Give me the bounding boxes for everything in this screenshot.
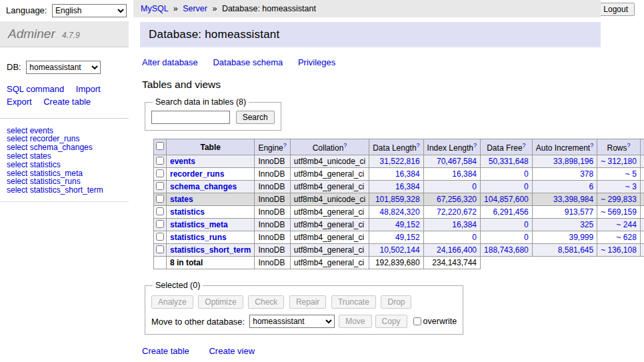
cell-collation: utf8mb4_general_ci (290, 206, 369, 219)
rows-count-link[interactable]: ~ 628 (617, 233, 637, 242)
table-name-link[interactable]: events (170, 157, 195, 166)
data-free-link[interactable]: 104,857,600 (484, 195, 529, 204)
cell-comment (640, 206, 644, 219)
create-table-link[interactable]: Create table (142, 346, 189, 356)
auto-increment-link[interactable]: 913,577 (565, 207, 593, 217)
auto-increment-link[interactable]: 39,999 (569, 233, 593, 242)
table-name-link[interactable]: statistics (170, 207, 205, 217)
index-length-link[interactable]: 72,220,672 (437, 207, 477, 217)
row-checkbox[interactable] (156, 220, 164, 228)
auto-increment-link[interactable]: 6 (589, 182, 593, 191)
repair-button[interactable]: Repair (289, 295, 326, 309)
index-length-link[interactable]: 67,256,320 (437, 195, 477, 204)
sidebar-table-link-statistics[interactable]: select statistics (7, 161, 122, 169)
sidebar-link-import[interactable]: Import (76, 84, 101, 94)
rows-count-link[interactable]: ~ 299,833 (601, 195, 637, 204)
search-button[interactable]: Search (236, 111, 275, 124)
data-free-link[interactable]: 6,291,456 (493, 207, 528, 217)
data-length-link[interactable]: 48,824,320 (380, 207, 420, 217)
data-free-link[interactable]: 0 (524, 233, 529, 242)
row-checkbox[interactable] (156, 207, 164, 215)
rows-count-link[interactable]: ~ 569,159 (601, 207, 637, 217)
auto-increment-link[interactable]: 325 (580, 220, 593, 229)
index-length-help-link[interactable]: ? (473, 142, 477, 149)
sidebar-link-sql-command[interactable]: SQL command (7, 84, 64, 94)
data-free-link[interactable]: 0 (524, 169, 529, 179)
table-name-link[interactable]: schema_changes (170, 182, 237, 191)
rows-count-link[interactable]: ~ 312,180 (601, 157, 637, 166)
cell-engine: InnoDB (255, 155, 290, 168)
drop-button[interactable]: Drop (381, 295, 411, 309)
move-button[interactable]: Move (339, 315, 371, 328)
sidebar-link-create-table[interactable]: Create table (43, 97, 91, 107)
breadcrumb-link-mysql[interactable]: MySQL (141, 4, 168, 13)
cell-auto-increment: 39,999 (532, 231, 597, 244)
row-checkbox[interactable] (156, 169, 164, 177)
rows-count-link[interactable]: ~ 136,108 (601, 245, 637, 255)
data-length-link[interactable]: 49,152 (395, 233, 420, 242)
engine-help-link[interactable]: ? (283, 142, 287, 149)
privileges-link[interactable]: Privileges (298, 57, 335, 67)
row-checkbox[interactable] (156, 233, 164, 241)
auto-increment-link[interactable]: 8,581,645 (558, 245, 593, 255)
table-name-link[interactable]: states (170, 195, 193, 204)
index-length-link[interactable]: 70,467,584 (437, 157, 477, 166)
data-free-help-link[interactable]: ? (523, 142, 526, 149)
data-length-link[interactable]: 49,152 (395, 220, 420, 229)
check-button[interactable]: Check (248, 295, 284, 309)
table-name-link[interactable]: statistics_meta (170, 220, 228, 229)
sidebar-table-link-statistics-short-term[interactable]: select statistics_short_term (7, 186, 122, 195)
analyze-button[interactable]: Analyze (151, 295, 193, 309)
data-free-link[interactable]: 50,331,648 (489, 157, 529, 166)
auto-increment-link[interactable]: 33,898,196 (553, 157, 593, 166)
index-length-link[interactable]: 24,166,400 (437, 245, 477, 255)
table-name-link[interactable]: statistics_runs (170, 233, 227, 242)
auto-increment-link[interactable]: 33,398,984 (553, 195, 593, 204)
index-length-link[interactable]: 0 (472, 233, 477, 242)
data-length-link[interactable]: 31,522,816 (380, 157, 420, 166)
cell-engine: InnoDB (255, 193, 290, 206)
alter-database-link[interactable]: Alter database (142, 57, 198, 67)
logout-button[interactable]: Logout (597, 3, 635, 16)
table-name-link[interactable]: statistics_short_term (170, 245, 251, 255)
truncate-button[interactable]: Truncate (331, 295, 376, 309)
table-name-link[interactable]: recorder_runs (170, 169, 224, 179)
collation-help-link[interactable]: ? (343, 142, 347, 149)
row-checkbox[interactable] (156, 245, 164, 253)
index-length-link[interactable]: 16,384 (452, 169, 477, 179)
database-schema-link[interactable]: Database schema (213, 57, 283, 67)
breadcrumb-link-server[interactable]: Server (183, 4, 207, 13)
sidebar-table-link-states[interactable]: select states (7, 152, 122, 161)
row-checkbox[interactable] (156, 195, 164, 203)
db-select[interactable]: homeassistant (26, 61, 101, 74)
index-length-link[interactable]: 0 (472, 182, 477, 191)
auto-increment-help-link[interactable]: ? (590, 142, 593, 149)
row-checkbox[interactable] (156, 182, 164, 190)
index-length-link[interactable]: 16,384 (452, 220, 477, 229)
optimize-button[interactable]: Optimize (198, 295, 243, 309)
overwrite-checkbox[interactable] (413, 317, 421, 325)
language-select[interactable]: English (52, 4, 127, 17)
create-view-link[interactable]: Create view (209, 346, 255, 356)
rows-count-link[interactable]: ~ 244 (617, 220, 637, 229)
cell-collation: utf8mb4_unicode_ci (290, 193, 369, 206)
data-length-help-link[interactable]: ? (417, 142, 420, 149)
data-free-link[interactable]: 0 (524, 220, 529, 229)
select-all-checkbox[interactable] (156, 142, 164, 150)
rows-count-link[interactable]: ~ 3 (625, 182, 637, 191)
rows-count-link[interactable]: ~ 5 (625, 169, 637, 179)
data-free-link[interactable]: 188,743,680 (484, 245, 529, 255)
auto-increment-link[interactable]: 378 (580, 169, 593, 179)
data-length-link[interactable]: 16,384 (395, 182, 420, 191)
search-input[interactable] (151, 111, 230, 124)
data-length-link[interactable]: 16,384 (395, 169, 420, 179)
row-checkbox[interactable] (156, 157, 164, 165)
data-length-link[interactable]: 101,859,328 (375, 195, 420, 204)
cell-collation: utf8mb4_general_ci (290, 168, 369, 181)
data-length-link[interactable]: 10,502,144 (380, 245, 420, 255)
sidebar-link-export[interactable]: Export (7, 97, 32, 107)
data-free-link[interactable]: 0 (524, 182, 529, 191)
copy-button[interactable]: Copy (375, 315, 407, 328)
move-db-select[interactable]: homeassistant (249, 315, 335, 328)
rows-help-link[interactable]: ? (627, 142, 631, 149)
